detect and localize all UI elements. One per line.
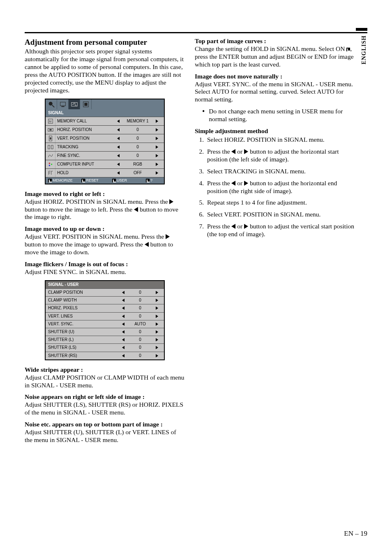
step-item: Select TRACKING in SIGNAL menu.: [205, 168, 355, 175]
para-noise-tb: Noise etc. appears on top or bottom part…: [25, 421, 185, 444]
row-label: FINE SYNC.: [55, 152, 111, 160]
language-marker: [356, 28, 367, 31]
enter-icon: [81, 179, 85, 182]
row-label: TRACKING: [55, 143, 111, 151]
menu-tab-image-icon: [46, 99, 57, 109]
row-value: MEMORY 1: [125, 117, 150, 125]
left-arrow-icon: [116, 304, 130, 312]
user-menu-row: VERT. LINES 0: [46, 312, 164, 320]
left-arrow-icon: [111, 126, 125, 134]
row-value: 0: [130, 328, 150, 336]
user-menu-table: SIGNAL - USER CLAMP POSITION 0 CLAMP WID…: [45, 280, 165, 360]
signal-menu-row: VERT. POSITION 0: [46, 134, 164, 143]
left-arrow-icon: [116, 297, 130, 304]
signal-menu-row: TRACKING 0: [46, 143, 164, 151]
left-arrow-icon: [116, 313, 130, 320]
right-arrow-icon: [150, 336, 164, 343]
row-label: COMPUTER INPUT: [55, 160, 111, 168]
enter-icon: [112, 179, 116, 182]
left-arrow-icon: [116, 352, 130, 359]
row-label: SHUTTER (L): [46, 336, 116, 343]
svg-rect-1: [60, 102, 65, 106]
left-arrow-icon: [231, 224, 235, 229]
row-value: 0: [130, 304, 150, 312]
user-menu-row: SHUTTER (RS) 0: [46, 352, 164, 359]
user-menu-row: SHUTTER (LS) 0: [46, 343, 164, 351]
intro-paragraph: Although this projector sets proper sign…: [25, 48, 185, 94]
row-label: VERT. POSITION: [55, 134, 111, 143]
para-flickers: Image flickers / Image is out of focus :…: [25, 260, 185, 276]
right-column: Top part of image curves : Change the se…: [195, 37, 367, 448]
language-label: ENGLISH: [361, 35, 367, 64]
row-value: 0: [125, 134, 150, 143]
svg-rect-13: [51, 145, 53, 149]
right-arrow-icon: [244, 181, 248, 186]
row-label: SHUTTER (RS): [46, 352, 116, 359]
enter-icon: [146, 179, 150, 182]
row-icon: [46, 134, 55, 143]
section-heading: Adjustment from personal computer: [25, 37, 185, 47]
svg-point-0: [48, 101, 52, 105]
svg-point-14: [48, 162, 50, 164]
footer-help: ?: [150, 178, 152, 183]
signal-menu-table: SIGNAL M MEMORY CALL MEMORY 1 HORIZ. POS…: [45, 99, 165, 184]
signal-menu-row: HORIZ. POSITION 0: [46, 125, 164, 134]
step-item: Select HORIZ. POSITION in SIGNAL menu.: [205, 136, 355, 144]
left-arrow-icon: [111, 117, 125, 125]
user-menu-row: VERT. SYNC. AUTO: [46, 320, 164, 328]
svg-rect-5: [84, 103, 87, 106]
right-arrow-icon: [150, 313, 164, 320]
signal-menu-title: SIGNAL: [46, 109, 164, 117]
right-arrow-icon: [150, 320, 164, 328]
para-moved-rl: Image moved to right or left : Adjust HO…: [25, 190, 185, 221]
row-label: MEMORY CALL: [55, 117, 111, 125]
user-menu-row: CLAMP WIDTH 0: [46, 296, 164, 304]
row-label: VERT. LINES: [46, 313, 116, 320]
signal-menu-row: M MEMORY CALL MEMORY 1: [46, 117, 164, 125]
row-label: SHUTTER (U): [46, 328, 116, 336]
row-label: VERT. SYNC.: [46, 320, 116, 328]
row-value: 0: [125, 152, 150, 160]
right-arrow-icon: [150, 169, 164, 177]
left-arrow-icon: [111, 134, 125, 143]
svg-text:M: M: [49, 120, 51, 122]
para-not-move-naturally: Image does not move naturally : Adjust V…: [195, 73, 355, 104]
step-item: Press the or button to adjust the vertic…: [205, 223, 355, 238]
right-arrow-icon: [150, 143, 164, 151]
row-value: AUTO: [130, 320, 150, 328]
left-arrow-icon: [145, 242, 149, 247]
row-icon: [46, 160, 55, 168]
svg-rect-12: [48, 145, 49, 149]
row-icon: M: [46, 117, 55, 125]
right-arrow-icon: [150, 297, 164, 304]
right-arrow-icon: [150, 134, 164, 143]
left-column: Adjustment from personal computer Althou…: [25, 37, 185, 448]
right-arrow-icon: [150, 160, 164, 168]
footer-user: USER: [117, 178, 127, 183]
user-menu-row: CLAMP POSITION 0: [46, 288, 164, 296]
row-label: HOLD: [55, 169, 111, 177]
row-value: 0: [130, 297, 150, 304]
left-arrow-icon: [111, 160, 125, 168]
svg-point-16: [48, 165, 50, 166]
header-rule: [25, 32, 367, 33]
step-item: Press the or button to adjust the horizo…: [205, 148, 355, 164]
svg-rect-2: [61, 106, 64, 107]
row-value: 0: [125, 143, 150, 151]
right-arrow-icon: [166, 234, 170, 239]
signal-menu-row: COMPUTER INPUT RGB: [46, 160, 164, 168]
row-value: 0: [130, 313, 150, 320]
right-arrow-icon: [150, 344, 164, 351]
row-label: CLAMP WIDTH: [46, 297, 116, 304]
row-icon: [46, 169, 55, 177]
para-wide-stripes: Wide stripes appear : Adjust CLAMP POSIT…: [25, 366, 185, 389]
right-arrow-icon: [150, 289, 164, 296]
row-value: 0: [130, 336, 150, 343]
step-item: Press the or button to adjust the horizo…: [205, 180, 355, 195]
row-label: CLAMP POSITION: [46, 289, 116, 296]
right-arrow-icon: [150, 304, 164, 312]
right-arrow-icon: [244, 149, 248, 154]
row-label: HORIZ. PIXELS: [46, 304, 116, 312]
right-arrow-icon: [150, 352, 164, 359]
menu-tab-option-icon: [80, 99, 92, 109]
